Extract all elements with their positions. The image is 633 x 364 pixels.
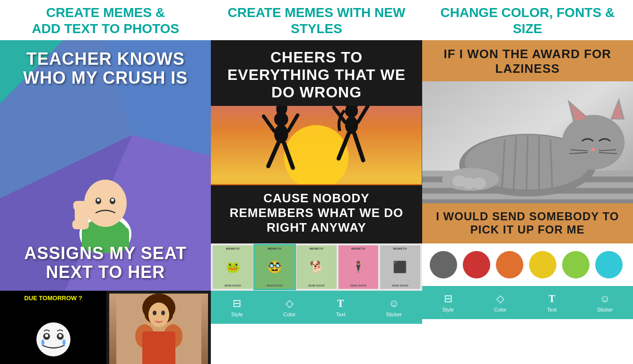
color-yellow[interactable] (529, 251, 556, 278)
panel3-nav-color[interactable]: ◇ Color (494, 293, 506, 312)
panel2-nav-style[interactable]: ⊟ Style (231, 297, 243, 317)
svg-point-24 (62, 339, 65, 346)
nav-sticker-label: Sticker (386, 312, 402, 317)
thumb4-bot: MEME MAKER (392, 284, 408, 287)
style-icon: ⊟ (233, 297, 241, 310)
panel-3: CHANGE COLOR, FONTS & SIZE IF I WON THE … (422, 0, 633, 364)
panel1-main-meme: TEACHER KNOWS WHO MY CRUSH IS (0, 40, 211, 291)
panel1-thumb-woman: MEMETO The fast and easy meme maker app (106, 291, 211, 364)
panel2-meme-bottom: CAUSE NOBODY REMEMBERS WHAT WE DO RIGHT … (211, 185, 422, 244)
panel2-nav-text[interactable]: 𝐓 Text (336, 297, 346, 317)
rage-face-icon (35, 302, 72, 364)
panel2-meme-top: CHEERS TO EVERYTHING THAT WE DO WRONG (211, 40, 422, 105)
panel2-nav-color[interactable]: ◇ Color (283, 297, 295, 317)
nav-text-label: Text (336, 312, 346, 317)
p3-style-icon: ⊟ (444, 293, 452, 305)
panel3-nav-text[interactable]: 𝐓 Text (547, 293, 556, 312)
panel1-thumbnails: DUE TOMORROW ? DO TOMORROW. (0, 291, 211, 364)
panel2-thumb-1[interactable]: MEMETO 🥸 MEME MAKER (255, 245, 295, 289)
svg-rect-34 (142, 331, 175, 364)
color-icon: ◇ (286, 297, 294, 310)
panel3-nav-bar: ⊟ Style ◇ Color 𝐓 Text ☺ Sticker (422, 286, 633, 319)
svg-line-60 (526, 135, 527, 191)
p3-nav-style-label: Style (442, 307, 453, 312)
p3-nav-color-label: Color (494, 307, 506, 312)
color-gray[interactable] (430, 251, 457, 278)
nav-color-label: Color (283, 312, 295, 317)
panel3-colors-row (422, 243, 633, 286)
color-green[interactable] (562, 251, 590, 278)
thumb1-img: 🥸 (268, 250, 282, 284)
thumb3-img: 🕴 (351, 250, 365, 284)
color-orange[interactable] (496, 251, 523, 278)
panel2-main-meme: CHEERS TO EVERYTHING THAT WE DO WRONG (211, 40, 422, 243)
svg-point-10 (84, 180, 127, 227)
panel1-title-line2: ADD TEXT TO PHOTOS (32, 21, 179, 36)
p3-color-icon: ◇ (496, 293, 504, 305)
text-icon: 𝐓 (337, 297, 344, 310)
panel3-title-text: CHANGE COLOR, FONTS & SIZE (440, 5, 615, 36)
panel2-title-text: CREATE MEMES WITH NEW STYLES (228, 5, 406, 36)
panel3-main-card: IF I WON THE AWARD FOR LAZINESS (422, 40, 633, 243)
panel3-cat-image (422, 81, 633, 203)
svg-point-21 (45, 334, 48, 337)
p3-text-icon: 𝐓 (548, 293, 555, 305)
sticker-icon: ☺ (389, 297, 399, 310)
nav-style-label: Style (231, 312, 243, 317)
thumb1-bot: MEME MAKER (267, 284, 283, 287)
woman-photo (109, 294, 208, 364)
panel3-meme-top: IF I WON THE AWARD FOR LAZINESS (422, 40, 633, 81)
panel1-thumb-rage: DUE TOMORROW ? DO TOMORROW. (0, 291, 106, 364)
panel2-nav-sticker[interactable]: ☺ Sticker (386, 297, 402, 317)
panel-1: CREATE MEMES & ADD TEXT TO PHOTOS TEACHE… (0, 0, 211, 364)
p3-sticker-icon: ☺ (599, 293, 610, 305)
svg-point-45 (345, 116, 358, 134)
panel1-meme-bottom-text: ASSIGNS MY SEAT NEXT TO HER (0, 244, 211, 281)
panel1-title: CREATE MEMES & ADD TEXT TO PHOTOS (0, 0, 211, 40)
svg-point-14 (111, 199, 114, 201)
svg-point-31 (161, 311, 165, 315)
panel2-title: CREATE MEMES WITH NEW STYLES (211, 0, 422, 40)
panel2-thumb-3[interactable]: MEMETO 🕴 MEME MAKER (338, 245, 378, 289)
thumb0-img: 🐸 (226, 250, 240, 284)
svg-point-30 (153, 311, 156, 315)
p3-nav-text-label: Text (547, 307, 556, 312)
svg-point-39 (274, 124, 288, 143)
svg-rect-17 (72, 220, 89, 229)
panel3-nav-style[interactable]: ⊟ Style (442, 293, 453, 312)
svg-point-63 (562, 115, 624, 170)
panel2-thumbs-row: MEMETO 🐸 MEME MAKER MEMETO 🥸 MEME MAKER … (211, 243, 422, 291)
panel-2: CREATE MEMES WITH NEW STYLES CHEERS TO E… (211, 0, 422, 364)
panel2-thumb-0[interactable]: MEMETO 🐸 MEME MAKER (213, 245, 252, 289)
panel3-meme-bottom: I WOULD SEND SOMEBODY TO PICK IT UP FOR … (422, 203, 633, 244)
svg-point-22 (59, 334, 61, 337)
panel3-nav-sticker[interactable]: ☺ Sticker (597, 293, 613, 312)
svg-point-18 (36, 322, 70, 356)
p3-nav-sticker-label: Sticker (597, 307, 613, 312)
thumb2-img: 🐕 (310, 250, 324, 284)
sunset-image (211, 106, 422, 185)
thumb4-img: ⬛ (393, 250, 407, 284)
thumb1-top-text: DUE TOMORROW ? (24, 295, 82, 302)
panel3-title: CHANGE COLOR, FONTS & SIZE (422, 0, 633, 40)
panel1-title-line1: CREATE MEMES & (46, 5, 165, 20)
panel2-nav-bar: ⊟ Style ◇ Color 𝐓 Text ☺ Sticker (211, 291, 422, 324)
svg-point-76 (472, 177, 486, 189)
color-cyan[interactable] (595, 251, 623, 278)
svg-point-29 (148, 303, 169, 327)
panel2-thumb-4[interactable]: MEMETO ⬛ MEME MAKER (380, 245, 420, 289)
thumb2-bot: MEME MAKER (308, 284, 325, 287)
thumb0-bot: MEME MAKER (225, 284, 241, 287)
svg-point-13 (97, 199, 100, 201)
thumb3-bot: MEME MAKER (350, 284, 367, 287)
panel1-baby-image (68, 158, 143, 253)
svg-rect-16 (73, 201, 89, 210)
svg-point-23 (41, 339, 44, 346)
panel1-meme-top-text: TEACHER KNOWS WHO MY CRUSH IS (0, 50, 211, 87)
panel2-thumb-2[interactable]: MEMETO 🐕 MEME MAKER (296, 245, 336, 289)
color-red[interactable] (463, 251, 490, 278)
